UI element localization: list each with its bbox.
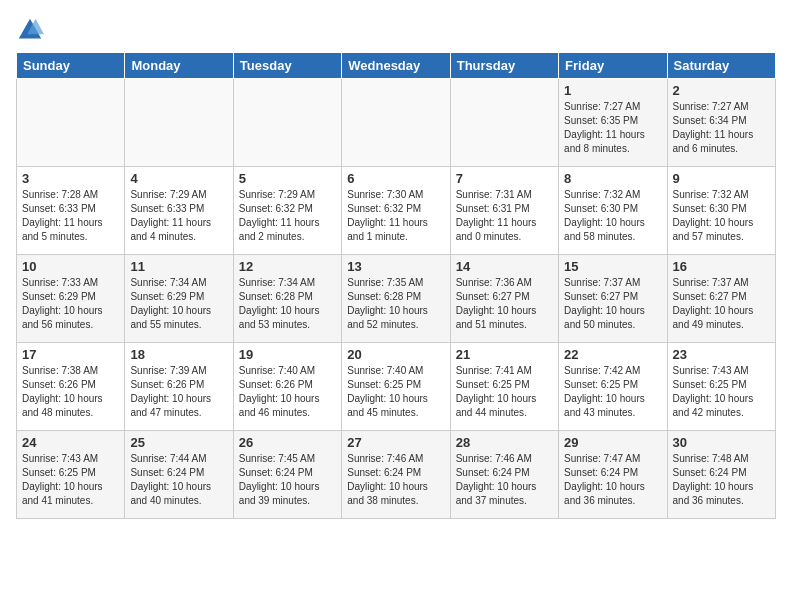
day-cell: 19Sunrise: 7:40 AM Sunset: 6:26 PM Dayli… xyxy=(233,343,341,431)
column-header-tuesday: Tuesday xyxy=(233,53,341,79)
logo xyxy=(16,16,48,44)
day-info: Sunrise: 7:32 AM Sunset: 6:30 PM Dayligh… xyxy=(673,188,770,244)
day-info: Sunrise: 7:46 AM Sunset: 6:24 PM Dayligh… xyxy=(456,452,553,508)
day-info: Sunrise: 7:29 AM Sunset: 6:33 PM Dayligh… xyxy=(130,188,227,244)
column-header-friday: Friday xyxy=(559,53,667,79)
day-number: 23 xyxy=(673,347,770,362)
day-info: Sunrise: 7:28 AM Sunset: 6:33 PM Dayligh… xyxy=(22,188,119,244)
column-header-wednesday: Wednesday xyxy=(342,53,450,79)
day-number: 1 xyxy=(564,83,661,98)
day-cell: 7Sunrise: 7:31 AM Sunset: 6:31 PM Daylig… xyxy=(450,167,558,255)
day-number: 21 xyxy=(456,347,553,362)
day-cell: 17Sunrise: 7:38 AM Sunset: 6:26 PM Dayli… xyxy=(17,343,125,431)
day-cell: 20Sunrise: 7:40 AM Sunset: 6:25 PM Dayli… xyxy=(342,343,450,431)
day-info: Sunrise: 7:45 AM Sunset: 6:24 PM Dayligh… xyxy=(239,452,336,508)
day-number: 8 xyxy=(564,171,661,186)
day-cell: 14Sunrise: 7:36 AM Sunset: 6:27 PM Dayli… xyxy=(450,255,558,343)
day-cell xyxy=(17,79,125,167)
day-info: Sunrise: 7:31 AM Sunset: 6:31 PM Dayligh… xyxy=(456,188,553,244)
day-number: 2 xyxy=(673,83,770,98)
day-number: 10 xyxy=(22,259,119,274)
day-info: Sunrise: 7:43 AM Sunset: 6:25 PM Dayligh… xyxy=(673,364,770,420)
column-header-sunday: Sunday xyxy=(17,53,125,79)
day-info: Sunrise: 7:43 AM Sunset: 6:25 PM Dayligh… xyxy=(22,452,119,508)
day-cell: 16Sunrise: 7:37 AM Sunset: 6:27 PM Dayli… xyxy=(667,255,775,343)
day-info: Sunrise: 7:42 AM Sunset: 6:25 PM Dayligh… xyxy=(564,364,661,420)
day-info: Sunrise: 7:39 AM Sunset: 6:26 PM Dayligh… xyxy=(130,364,227,420)
day-info: Sunrise: 7:44 AM Sunset: 6:24 PM Dayligh… xyxy=(130,452,227,508)
day-number: 27 xyxy=(347,435,444,450)
day-number: 28 xyxy=(456,435,553,450)
logo-icon xyxy=(16,16,44,44)
day-number: 17 xyxy=(22,347,119,362)
day-number: 4 xyxy=(130,171,227,186)
day-cell: 15Sunrise: 7:37 AM Sunset: 6:27 PM Dayli… xyxy=(559,255,667,343)
day-number: 26 xyxy=(239,435,336,450)
day-cell: 12Sunrise: 7:34 AM Sunset: 6:28 PM Dayli… xyxy=(233,255,341,343)
day-number: 30 xyxy=(673,435,770,450)
day-info: Sunrise: 7:29 AM Sunset: 6:32 PM Dayligh… xyxy=(239,188,336,244)
day-info: Sunrise: 7:32 AM Sunset: 6:30 PM Dayligh… xyxy=(564,188,661,244)
day-cell: 10Sunrise: 7:33 AM Sunset: 6:29 PM Dayli… xyxy=(17,255,125,343)
day-number: 13 xyxy=(347,259,444,274)
column-header-saturday: Saturday xyxy=(667,53,775,79)
day-info: Sunrise: 7:27 AM Sunset: 6:35 PM Dayligh… xyxy=(564,100,661,156)
day-cell: 2Sunrise: 7:27 AM Sunset: 6:34 PM Daylig… xyxy=(667,79,775,167)
day-cell: 6Sunrise: 7:30 AM Sunset: 6:32 PM Daylig… xyxy=(342,167,450,255)
day-number: 18 xyxy=(130,347,227,362)
calendar-table: SundayMondayTuesdayWednesdayThursdayFrid… xyxy=(16,52,776,519)
day-cell: 11Sunrise: 7:34 AM Sunset: 6:29 PM Dayli… xyxy=(125,255,233,343)
header xyxy=(16,16,776,44)
column-header-monday: Monday xyxy=(125,53,233,79)
day-cell: 18Sunrise: 7:39 AM Sunset: 6:26 PM Dayli… xyxy=(125,343,233,431)
day-number: 29 xyxy=(564,435,661,450)
day-info: Sunrise: 7:40 AM Sunset: 6:25 PM Dayligh… xyxy=(347,364,444,420)
day-info: Sunrise: 7:38 AM Sunset: 6:26 PM Dayligh… xyxy=(22,364,119,420)
day-number: 16 xyxy=(673,259,770,274)
day-number: 11 xyxy=(130,259,227,274)
day-number: 6 xyxy=(347,171,444,186)
day-info: Sunrise: 7:37 AM Sunset: 6:27 PM Dayligh… xyxy=(673,276,770,332)
day-cell xyxy=(233,79,341,167)
day-cell: 28Sunrise: 7:46 AM Sunset: 6:24 PM Dayli… xyxy=(450,431,558,519)
day-cell: 29Sunrise: 7:47 AM Sunset: 6:24 PM Dayli… xyxy=(559,431,667,519)
day-info: Sunrise: 7:40 AM Sunset: 6:26 PM Dayligh… xyxy=(239,364,336,420)
day-info: Sunrise: 7:35 AM Sunset: 6:28 PM Dayligh… xyxy=(347,276,444,332)
day-info: Sunrise: 7:34 AM Sunset: 6:29 PM Dayligh… xyxy=(130,276,227,332)
day-number: 24 xyxy=(22,435,119,450)
day-info: Sunrise: 7:27 AM Sunset: 6:34 PM Dayligh… xyxy=(673,100,770,156)
day-info: Sunrise: 7:34 AM Sunset: 6:28 PM Dayligh… xyxy=(239,276,336,332)
day-info: Sunrise: 7:41 AM Sunset: 6:25 PM Dayligh… xyxy=(456,364,553,420)
day-cell: 21Sunrise: 7:41 AM Sunset: 6:25 PM Dayli… xyxy=(450,343,558,431)
header-row: SundayMondayTuesdayWednesdayThursdayFrid… xyxy=(17,53,776,79)
day-number: 15 xyxy=(564,259,661,274)
day-info: Sunrise: 7:48 AM Sunset: 6:24 PM Dayligh… xyxy=(673,452,770,508)
day-cell: 30Sunrise: 7:48 AM Sunset: 6:24 PM Dayli… xyxy=(667,431,775,519)
day-cell: 5Sunrise: 7:29 AM Sunset: 6:32 PM Daylig… xyxy=(233,167,341,255)
day-number: 22 xyxy=(564,347,661,362)
day-info: Sunrise: 7:33 AM Sunset: 6:29 PM Dayligh… xyxy=(22,276,119,332)
day-number: 9 xyxy=(673,171,770,186)
week-row-5: 24Sunrise: 7:43 AM Sunset: 6:25 PM Dayli… xyxy=(17,431,776,519)
day-cell: 25Sunrise: 7:44 AM Sunset: 6:24 PM Dayli… xyxy=(125,431,233,519)
day-cell: 8Sunrise: 7:32 AM Sunset: 6:30 PM Daylig… xyxy=(559,167,667,255)
day-cell xyxy=(125,79,233,167)
week-row-2: 3Sunrise: 7:28 AM Sunset: 6:33 PM Daylig… xyxy=(17,167,776,255)
day-info: Sunrise: 7:47 AM Sunset: 6:24 PM Dayligh… xyxy=(564,452,661,508)
day-number: 7 xyxy=(456,171,553,186)
day-number: 19 xyxy=(239,347,336,362)
day-cell: 27Sunrise: 7:46 AM Sunset: 6:24 PM Dayli… xyxy=(342,431,450,519)
day-cell: 3Sunrise: 7:28 AM Sunset: 6:33 PM Daylig… xyxy=(17,167,125,255)
column-header-thursday: Thursday xyxy=(450,53,558,79)
day-info: Sunrise: 7:37 AM Sunset: 6:27 PM Dayligh… xyxy=(564,276,661,332)
day-cell: 22Sunrise: 7:42 AM Sunset: 6:25 PM Dayli… xyxy=(559,343,667,431)
day-info: Sunrise: 7:46 AM Sunset: 6:24 PM Dayligh… xyxy=(347,452,444,508)
week-row-1: 1Sunrise: 7:27 AM Sunset: 6:35 PM Daylig… xyxy=(17,79,776,167)
day-number: 25 xyxy=(130,435,227,450)
week-row-4: 17Sunrise: 7:38 AM Sunset: 6:26 PM Dayli… xyxy=(17,343,776,431)
day-number: 5 xyxy=(239,171,336,186)
day-cell: 9Sunrise: 7:32 AM Sunset: 6:30 PM Daylig… xyxy=(667,167,775,255)
day-cell: 26Sunrise: 7:45 AM Sunset: 6:24 PM Dayli… xyxy=(233,431,341,519)
day-cell: 24Sunrise: 7:43 AM Sunset: 6:25 PM Dayli… xyxy=(17,431,125,519)
day-cell xyxy=(450,79,558,167)
